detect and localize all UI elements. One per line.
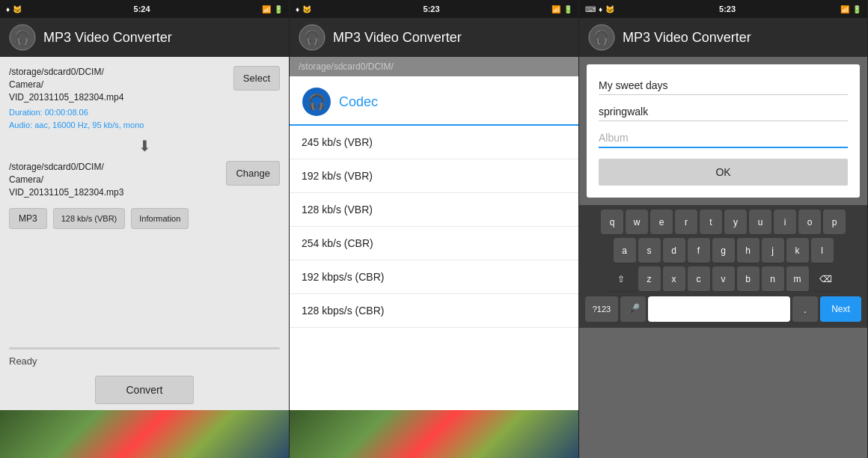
key-v[interactable]: v xyxy=(712,266,735,292)
ok-button[interactable]: OK xyxy=(599,159,848,186)
key-a[interactable]: a xyxy=(614,238,636,263)
key-t[interactable]: t xyxy=(700,210,722,235)
ready-status: Ready xyxy=(9,355,280,367)
keyboard-icon-3: ⌨ xyxy=(585,5,596,13)
key-x[interactable]: x xyxy=(663,266,685,292)
file-audio: Audio: aac, 16000 Hz, 95 kb/s, mono xyxy=(9,120,144,129)
ad-image-1 xyxy=(0,410,289,458)
key-q[interactable]: q xyxy=(601,210,623,235)
ad-banner-1 xyxy=(0,410,289,458)
codec-dialog: 🎧 Codec 245 kb/s (VBR) 192 kb/s (VBR) 12… xyxy=(290,76,578,410)
convert-button[interactable]: Convert xyxy=(95,376,193,404)
convert-btn-row: Convert xyxy=(9,376,280,404)
file-meta: Duration: 00:00:08.06 Audio: aac, 16000 … xyxy=(9,106,280,131)
svg-text:🎧: 🎧 xyxy=(308,93,326,111)
album-input[interactable] xyxy=(599,129,848,148)
cat-icon-2: 🐱 xyxy=(302,5,311,13)
key-space[interactable] xyxy=(648,296,790,322)
keyboard-row-2: a s d f g h j k l xyxy=(582,238,864,263)
battery-icon-2: 🔋 xyxy=(563,5,572,13)
key-d[interactable]: d xyxy=(663,238,685,263)
key-h[interactable]: h xyxy=(737,238,760,263)
status-left-2: ♦ 🐱 xyxy=(296,5,311,13)
faded-path-2: /storage/sdcard0/DCIM/ xyxy=(290,57,578,76)
key-num[interactable]: ?123 xyxy=(585,296,618,322)
key-g[interactable]: g xyxy=(712,238,735,263)
wifi-icon-2: 📶 xyxy=(551,5,560,13)
input-file-path: /storage/sdcard0/DCIM/Camera/VID_2013110… xyxy=(9,66,233,103)
panel-main: ♦ 🐱 5:24 📶 🔋 🎧 MP3 Video Converter /stor… xyxy=(0,0,290,458)
key-shift[interactable]: ⇧ xyxy=(606,266,636,292)
signal-icon-3: ♦ xyxy=(599,5,602,13)
svg-text:🎧: 🎧 xyxy=(593,29,611,46)
app-icon-2: 🎧 xyxy=(299,24,326,51)
key-m[interactable]: m xyxy=(786,266,809,292)
keyboard-row-3: ⇧ z x c v b n m ⌫ xyxy=(582,266,864,292)
wifi-icon: 📶 xyxy=(262,5,271,13)
status-bar-3: ⌨ ♦ 🐱 5:23 📶 🔋 xyxy=(579,0,867,18)
app-bar-2: 🎧 MP3 Video Converter xyxy=(290,18,578,57)
app-title-2: MP3 Video Converter xyxy=(333,30,462,46)
codec-option-1[interactable]: 192 kb/s (VBR) xyxy=(290,159,578,193)
codec-option-4[interactable]: 192 kbps/s (CBR) xyxy=(290,260,578,294)
output-file-row: /storage/sdcard0/DCIM/Camera/VID_2013110… xyxy=(9,161,280,198)
title-input[interactable] xyxy=(599,76,848,95)
info-dialog: OK xyxy=(587,64,860,198)
format-row: MP3 128 kb/s (VBR) Information xyxy=(9,208,280,229)
key-s[interactable]: s xyxy=(638,238,661,263)
key-backspace[interactable]: ⌫ xyxy=(811,266,841,292)
key-e[interactable]: e xyxy=(650,210,673,235)
progress-bar xyxy=(9,347,280,349)
select-button[interactable]: Select xyxy=(233,66,280,91)
status-time-1: 5:24 xyxy=(134,4,150,13)
next-button[interactable]: Next xyxy=(820,296,861,322)
status-right-3: 📶 🔋 xyxy=(840,5,861,13)
svg-text:🎧: 🎧 xyxy=(14,29,31,46)
status-left-icons: ♦ 🐱 xyxy=(6,5,22,13)
bitrate-button[interactable]: 128 kb/s (VBR) xyxy=(53,208,126,229)
codec-option-2[interactable]: 128 kb/s (VBR) xyxy=(290,193,578,227)
information-button[interactable]: Information xyxy=(131,208,189,229)
codec-header: 🎧 Codec xyxy=(290,76,578,126)
p3-main-content: OK q w e r t y u i o p a s d f xyxy=(579,57,867,458)
key-z[interactable]: z xyxy=(638,266,661,292)
key-j[interactable]: j xyxy=(762,238,784,263)
file-duration: Duration: 00:00:08.06 xyxy=(9,108,88,117)
artist-input[interactable] xyxy=(599,103,848,121)
key-o[interactable]: o xyxy=(798,210,821,235)
codec-option-5[interactable]: 128 kbps/s (CBR) xyxy=(290,294,578,328)
cat-icon: 🐱 xyxy=(13,5,22,13)
codec-option-0[interactable]: 245 kb/s (VBR) xyxy=(290,126,578,159)
panel-codec: ♦ 🐱 5:23 📶 🔋 🎧 MP3 Video Converter /stor… xyxy=(290,0,579,458)
status-right-2: 📶 🔋 xyxy=(551,5,572,13)
arrow-down-icon: ⬇ xyxy=(9,137,280,155)
ad-banner-2 xyxy=(290,410,578,458)
keyboard: q w e r t y u i o p a s d f g h j k xyxy=(579,205,867,328)
format-mp3-button[interactable]: MP3 xyxy=(9,208,47,229)
key-w[interactable]: w xyxy=(626,210,648,235)
key-u[interactable]: u xyxy=(749,210,771,235)
keyboard-bottom-row: ?123 🎤 . Next xyxy=(582,295,864,323)
signal-icon-2: ♦ xyxy=(296,5,299,13)
key-y[interactable]: y xyxy=(724,210,747,235)
key-b[interactable]: b xyxy=(737,266,760,292)
change-button[interactable]: Change xyxy=(226,161,280,186)
codec-title: Codec xyxy=(339,94,378,110)
key-l[interactable]: l xyxy=(811,238,834,263)
keyboard-row-1: q w e r t y u i o p xyxy=(582,210,864,235)
status-right-1: 📶 🔋 xyxy=(262,5,283,13)
p1-main-content: /storage/sdcard0/DCIM/Camera/VID_2013110… xyxy=(0,57,289,410)
key-p[interactable]: p xyxy=(823,210,846,235)
status-left-3: ⌨ ♦ 🐱 xyxy=(585,5,614,13)
key-f[interactable]: f xyxy=(688,238,710,263)
output-file-path: /storage/sdcard0/DCIM/Camera/VID_2013110… xyxy=(9,161,226,198)
key-r[interactable]: r xyxy=(675,210,697,235)
key-n[interactable]: n xyxy=(762,266,784,292)
key-dot[interactable]: . xyxy=(792,296,818,322)
signal-icon: ♦ xyxy=(6,5,10,13)
key-c[interactable]: c xyxy=(688,266,710,292)
key-k[interactable]: k xyxy=(786,238,809,263)
key-i[interactable]: i xyxy=(774,210,796,235)
codec-option-3[interactable]: 254 kb/s (CBR) xyxy=(290,227,578,260)
key-mic[interactable]: 🎤 xyxy=(620,296,646,322)
